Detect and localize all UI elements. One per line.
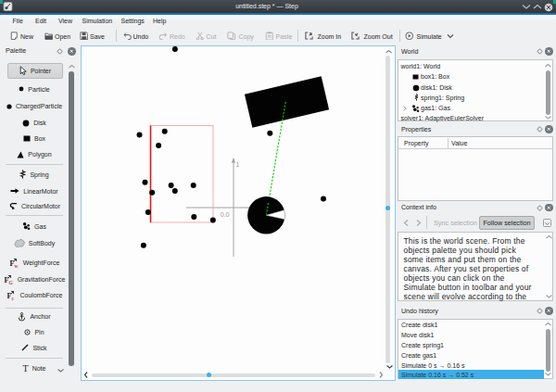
svg-text:c: c <box>11 295 14 299</box>
svg-text:w: w <box>14 263 18 268</box>
svg-text:G: G <box>8 280 13 285</box>
svg-text:0.0: 0.0 <box>221 211 230 218</box>
svg-text:1: 1 <box>236 161 240 168</box>
